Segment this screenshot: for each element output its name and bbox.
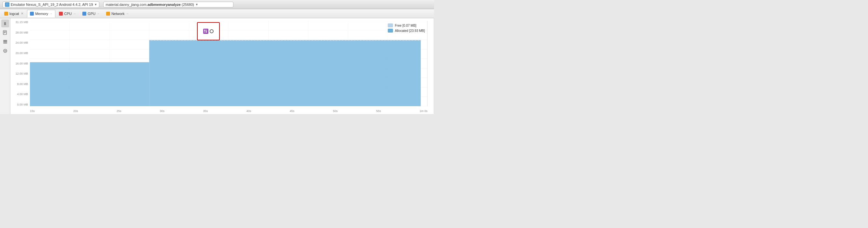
legend-free-label: Free [0.07 MB] (395, 24, 416, 27)
svg-rect-31 (206, 30, 207, 31)
tab-memory-label: Memory (35, 12, 48, 16)
chart-area: 31.15 MB 28.00 MB 24.00 MB 20.00 MB 16.0… (10, 18, 434, 114)
tab-logcat-icon (4, 12, 8, 16)
x-label-55s: 55s (376, 109, 381, 113)
y-axis: 31.15 MB 28.00 MB 24.00 MB 20.00 MB 16.0… (10, 21, 30, 106)
tab-cpu[interactable]: CPU → (56, 10, 79, 18)
device-icon: □ (5, 2, 9, 7)
tooltip-circle-icon (210, 29, 214, 33)
tab-logcat[interactable]: logcat ✕ (1, 10, 26, 18)
tab-cpu-icon (59, 12, 63, 16)
tab-gpu[interactable]: GPU → (80, 10, 102, 18)
heap-button[interactable] (1, 38, 9, 46)
x-label-40s: 40s (246, 109, 251, 113)
tab-memory-arrow: → (50, 12, 53, 15)
x-label-1m0s: 1m 0s (420, 109, 428, 113)
x-label-20s: 20s (73, 109, 78, 113)
y-label-1: 28.00 MB (15, 31, 28, 34)
svg-point-8 (5, 50, 6, 52)
device-label: Emulator Nexus_S_API_19_2 Android 4.4.2,… (11, 3, 93, 6)
main-content: ⏸ 31.15 MB 28.0 (0, 18, 434, 114)
y-label-7: 4.00 MB (17, 93, 28, 96)
svg-rect-5 (3, 41, 7, 42)
chart-container (30, 21, 428, 106)
legend-allocated-color (388, 29, 393, 33)
tab-gpu-icon (82, 12, 86, 16)
x-label-30s: 30s (160, 109, 165, 113)
y-label-0: 31.15 MB (15, 21, 28, 24)
svg-rect-0 (3, 31, 6, 34)
tab-network-label: Network (111, 12, 124, 16)
tab-cpu-arrow: → (73, 12, 76, 15)
pause-button[interactable]: ⏸ (1, 20, 9, 27)
tab-network[interactable]: Network → (103, 10, 131, 18)
dump-button[interactable] (1, 29, 9, 36)
x-axis: 15s 20s 25s 30s 35s 40s 45s 50s 55s 1m 0… (30, 109, 428, 113)
tooltip-highlight (197, 22, 220, 40)
svg-rect-30 (204, 30, 206, 31)
device-selector[interactable]: □ Emulator Nexus_S_API_19_2 Android 4.4.… (3, 1, 99, 8)
tooltip-app-icon (203, 29, 208, 34)
process-selector[interactable]: material.danny_jiang.com.adbmemoryanalyz… (103, 2, 234, 7)
tab-cpu-label: CPU (64, 12, 72, 16)
legend: Free [0.07 MB] Allocated [23.93 MB] (388, 24, 425, 33)
tab-memory-icon (30, 12, 34, 16)
tab-bar: logcat ✕ Memory → CPU → GPU → Network → (0, 9, 434, 18)
x-label-15s: 15s (30, 109, 35, 113)
y-label-5: 12.00 MB (15, 72, 28, 75)
svg-point-7 (4, 49, 7, 52)
process-prefix: material.danny_jiang.com.adbmemoryanalyz… (105, 3, 194, 6)
legend-allocated-label: Allocated [23.93 MB] (395, 29, 425, 33)
y-label-6: 8.00 MB (17, 83, 28, 86)
left-toolbar: ⏸ (0, 18, 10, 114)
tab-logcat-close[interactable]: ✕ (21, 12, 24, 15)
y-label-4: 16.00 MB (15, 62, 28, 65)
memory-chart-svg[interactable] (30, 21, 428, 106)
tab-gpu-arrow: → (97, 12, 100, 15)
alloc-button[interactable] (1, 47, 9, 55)
legend-free: Free [0.07 MB] (388, 24, 425, 27)
tab-network-icon (106, 12, 110, 16)
title-bar: □ Emulator Nexus_S_API_19_2 Android 4.4.… (0, 0, 434, 9)
x-label-50s: 50s (333, 109, 338, 113)
device-chevron: ▼ (94, 3, 97, 6)
tab-memory[interactable]: Memory → (27, 10, 55, 18)
x-label-35s: 35s (203, 109, 208, 113)
legend-allocated: Allocated [23.93 MB] (388, 29, 425, 33)
svg-rect-4 (3, 40, 7, 41)
svg-rect-33 (206, 31, 207, 33)
tab-logcat-label: logcat (9, 12, 19, 16)
y-label-8: 0.00 MB (17, 103, 28, 106)
y-label-3: 20.00 MB (15, 52, 28, 55)
process-chevron: ▼ (195, 3, 198, 6)
svg-rect-6 (3, 43, 7, 43)
right-border (434, 18, 434, 114)
svg-rect-32 (204, 31, 206, 33)
x-label-25s: 25s (117, 109, 121, 113)
tab-network-arrow: → (126, 12, 129, 15)
tab-gpu-label: GPU (88, 12, 95, 16)
legend-free-color (388, 24, 393, 27)
x-label-45s: 45s (290, 109, 294, 113)
y-label-2: 24.00 MB (15, 41, 28, 44)
